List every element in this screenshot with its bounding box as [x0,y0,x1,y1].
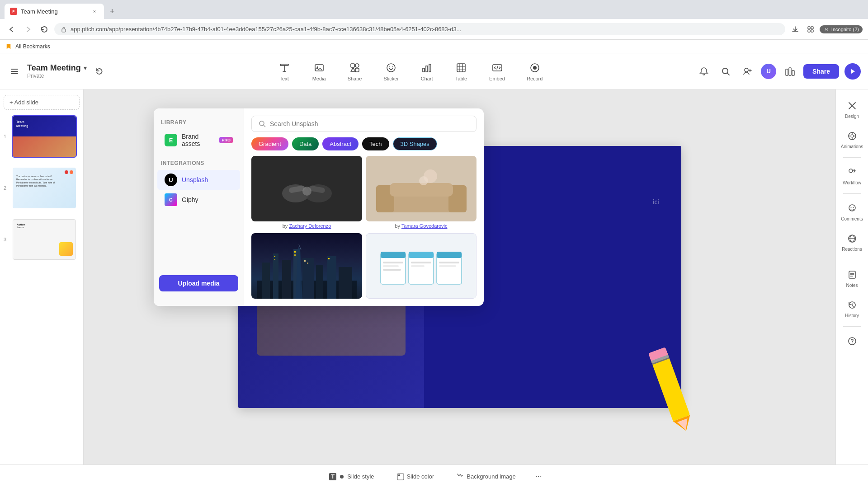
stats-button[interactable] [782,63,798,80]
reactions-panel-item[interactable]: Reactions [838,228,867,256]
panel-divider-2 [843,193,861,194]
photo-item-handshake[interactable]: by Zachary Delorenzo [251,156,362,230]
city-image [257,244,357,299]
url-text: app.pitch.com/app/presentation/4b74b27e-… [71,26,779,33]
toolbar-table[interactable]: Table [449,58,473,85]
workflow-panel-item[interactable]: Workflow [838,161,867,190]
photo-item-city[interactable] [251,233,362,299]
svg-rect-21 [426,66,428,72]
svg-point-9 [827,28,828,29]
close-tab-button[interactable]: × [90,7,99,15]
photo-author-link-1[interactable]: Zachary Delorenzo [289,223,331,229]
address-bar[interactable]: app.pitch.com/app/presentation/4b74b27e-… [54,23,785,35]
notes-panel-item[interactable]: Notes [838,264,867,292]
svg-point-42 [850,207,851,208]
search-button[interactable] [717,63,734,80]
search-input[interactable] [270,120,470,127]
download-icon[interactable] [789,23,802,36]
toolbar-sticker[interactable]: Sticker [378,58,404,85]
library-sidebar: Library E Brand assets PRO Integrations … [154,108,244,306]
category-gradient[interactable]: Gradient [251,137,288,150]
slide-style-label: Slide style [347,473,374,480]
slide-number-2: 2 [4,185,12,191]
category-tech[interactable]: Tech [362,137,389,150]
brand-assets-item[interactable]: E Brand assets PRO [157,129,240,151]
bookmark-icon [5,43,12,50]
library-section-title: Library [154,116,244,129]
toolbar-chart[interactable]: Chart [415,58,439,85]
media-icon [313,61,326,74]
dot-icon [339,474,344,479]
comments-panel-item[interactable]: Comments [838,197,867,226]
svg-rect-71 [339,267,352,299]
category-3dshapes[interactable]: 3D Shapes [393,137,437,150]
title-dropdown-icon[interactable]: ▾ [84,65,87,71]
notes-label: Notes [846,283,858,288]
background-image-button[interactable]: Background image [451,470,521,483]
category-data[interactable]: Data [292,137,319,150]
avatar[interactable]: U [761,64,776,79]
photo-item-checklist[interactable] [366,233,476,299]
toolbar-text[interactable]: Text [273,58,296,85]
upload-media-button[interactable]: Upload media [159,275,238,291]
svg-rect-14 [351,64,354,67]
toolbar-shape[interactable]: Shape [342,58,368,85]
svg-rect-31 [792,70,794,75]
add-slide-button[interactable]: + Add slide [4,95,80,110]
animations-label: Animations [841,144,863,149]
animations-icon [846,130,859,142]
photo-grid: by Zachary Delorenzo [251,156,476,299]
slide-thumbnail-2[interactable]: The doctor — focus on the content!Rememb… [12,167,77,209]
active-tab[interactable]: P Team Meeting × [5,4,104,19]
toolbar-embed[interactable]: Embed [484,58,510,85]
nav-bar: app.pitch.com/app/presentation/4b74b27e-… [0,19,868,40]
back-button[interactable] [5,23,18,36]
toolbar-record[interactable]: Record [521,58,548,85]
help-panel-item[interactable] [838,330,867,352]
giphy-item[interactable]: G Giphy [157,190,240,210]
app-toolbar: Team Meeting ▾ Private Text [0,53,868,89]
help-icon [846,335,859,347]
extensions-icon[interactable] [804,23,817,36]
slide-thumbnail-3[interactable]: ActionItems [12,218,77,261]
category-abstract[interactable]: Abstract [322,137,359,150]
unsplash-item[interactable]: U Unsplash [157,170,240,190]
share-button[interactable]: Share [803,64,839,79]
svg-point-47 [852,343,853,343]
notifications-button[interactable] [696,63,712,80]
svg-point-15 [355,64,359,67]
new-tab-button[interactable]: + [106,5,118,18]
background-image-label: Background image [467,473,515,480]
play-button[interactable] [844,63,861,80]
sticker-icon [385,61,397,74]
more-options-button[interactable]: ··· [533,469,545,484]
refresh-button[interactable] [38,23,51,36]
undo-button[interactable] [92,64,107,79]
sidebar-toggle[interactable] [7,64,22,79]
svg-rect-74 [294,251,296,253]
browser-chrome: P Team Meeting × + app.pitch.com/app/pre… [0,0,868,53]
design-panel-item[interactable]: Design [838,95,867,123]
history-panel-item[interactable]: History [838,294,867,323]
slide-color-button[interactable]: Slide color [391,470,440,483]
right-panel: Design Animations Workflow Commen [835,89,868,465]
animations-panel-item[interactable]: Animations [838,125,867,154]
couch-image [372,158,471,221]
svg-point-56 [302,187,311,196]
svg-point-7 [824,27,829,32]
svg-point-17 [387,64,395,72]
photo-author-link-2[interactable]: Tamara Govedarovic [401,223,448,229]
slide-style-button[interactable]: T Slide style [323,470,380,483]
photo-item-couch[interactable]: by Tamara Govedarovic [366,156,476,230]
forward-button[interactable] [22,23,34,36]
svg-rect-93 [439,265,456,267]
slide-thumbnail-1[interactable]: TeamMeeting [12,115,77,158]
search-box[interactable] [251,116,476,132]
chart-icon [420,61,433,74]
svg-rect-84 [409,252,434,258]
toolbar-media[interactable]: Media [307,58,331,85]
all-bookmarks-label[interactable]: All Bookmarks [15,43,50,50]
svg-rect-30 [789,68,791,75]
add-collaborator-button[interactable] [739,63,755,80]
svg-point-18 [389,66,390,67]
